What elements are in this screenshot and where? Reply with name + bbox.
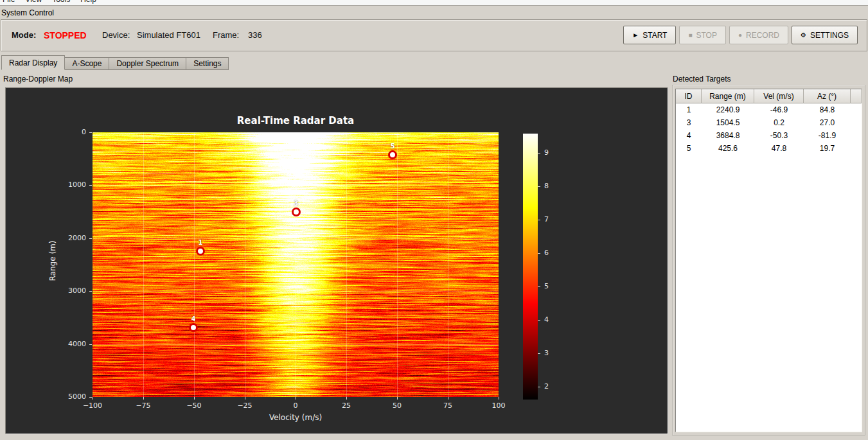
cell: 19.7 <box>804 142 851 155</box>
y-tick-mark <box>89 132 92 133</box>
menu-bar: FileViewToolsHelp <box>0 0 868 6</box>
device-label: Device: <box>102 30 130 40</box>
cell: 47.8 <box>754 142 804 155</box>
settings-button[interactable]: ⚙SETTINGS <box>792 26 858 44</box>
cell: 5 <box>676 142 702 155</box>
button-label: STOP <box>696 31 716 40</box>
control-buttons: ►START■STOP●RECORD⚙SETTINGS <box>623 26 858 44</box>
x-axis-label: Velocity (m/s) <box>93 413 499 422</box>
y-tick-mark <box>89 291 92 292</box>
range-doppler-map-label: Range-Doppler Map <box>3 75 73 84</box>
colorbar-tick-label: 3 <box>544 349 549 357</box>
button-label: RECORD <box>746 31 779 40</box>
range-doppler-heatmap[interactable] <box>93 132 499 397</box>
cell: 4 <box>676 129 702 142</box>
table-row[interactable]: 5425.647.819.7 <box>676 142 862 155</box>
x-tick-mark <box>448 397 448 400</box>
cell: 27.0 <box>804 116 851 129</box>
frame-label: Frame: <box>213 30 239 40</box>
x-tick-label: 50 <box>382 401 412 410</box>
colorbar-tick-label: 9 <box>544 148 549 157</box>
start-button[interactable]: ►START <box>623 26 676 44</box>
target-marker[interactable] <box>292 207 301 216</box>
system-control-panel: Mode: STOPPED Device: Simulated FT601 Fr… <box>1 19 867 51</box>
menu-item-tools[interactable]: Tools <box>52 0 70 4</box>
tab-doppler-spectrum[interactable]: Doppler Spectrum <box>109 57 186 70</box>
record-icon: ● <box>738 32 742 39</box>
y-tick-mark <box>89 238 92 239</box>
x-tick-label: −50 <box>179 401 209 410</box>
x-tick-label: 25 <box>331 401 362 410</box>
x-tick-mark <box>499 397 499 400</box>
column-header-filler[interactable] <box>851 89 862 103</box>
target-marker[interactable] <box>196 247 205 256</box>
targets-table[interactable]: IDRange (m)Vel (m/s)Az (°) 12240.9-46.98… <box>675 89 862 432</box>
record-button[interactable]: ●RECORD <box>729 26 788 44</box>
x-tick-mark <box>296 397 296 400</box>
colorbar-tick-label: 7 <box>544 215 549 224</box>
colorbar-tick-label: 5 <box>544 282 549 290</box>
cell: -50.3 <box>754 129 804 142</box>
y-tick-mark <box>89 397 92 398</box>
mode-label: Mode: <box>12 30 36 40</box>
menu-item-help[interactable]: Help <box>80 0 96 4</box>
tab-settings[interactable]: Settings <box>186 57 229 70</box>
button-label: SETTINGS <box>810 31 849 40</box>
column-header-vel-m-s[interactable]: Vel (m/s) <box>754 89 804 103</box>
y-tick-label: 2000 <box>57 234 86 242</box>
cell: 0.2 <box>754 116 804 129</box>
mode-value: STOPPED <box>44 30 87 40</box>
cell: 1504.5 <box>702 116 754 129</box>
target-marker-label: 4 <box>189 315 198 322</box>
gear-icon: ⚙ <box>801 32 806 39</box>
colorbar-tick-mark <box>538 186 540 187</box>
table-row[interactable]: 43684.8-50.3-81.9 <box>676 129 862 142</box>
x-tick-label: −75 <box>128 401 159 410</box>
tab-bar: Radar DisplayA-ScopeDoppler SpectrumSett… <box>1 55 229 70</box>
x-tick-mark <box>397 397 398 400</box>
target-marker-label: 1 <box>196 239 205 246</box>
y-axis-label: Range (m) <box>48 241 57 281</box>
target-marker[interactable] <box>388 150 397 159</box>
x-tick-mark <box>143 397 144 400</box>
system-control-label: System Control <box>1 8 54 17</box>
target-marker-label: 3 <box>292 200 301 207</box>
cell: -46.9 <box>754 103 804 116</box>
x-tick-mark <box>346 397 347 400</box>
table-row[interactable]: 12240.9-46.984.8 <box>676 103 862 116</box>
target-marker[interactable] <box>189 323 198 332</box>
stop-icon: ■ <box>688 32 692 39</box>
cell: 425.6 <box>702 142 754 155</box>
menu-item-file[interactable]: File <box>3 0 15 4</box>
x-tick-label: −100 <box>77 401 108 410</box>
y-tick-label: 4000 <box>57 340 86 348</box>
column-header-az[interactable]: Az (°) <box>804 89 851 103</box>
colorbar-tick-mark <box>538 153 540 154</box>
colorbar-tick-mark <box>538 353 540 354</box>
column-header-range-m[interactable]: Range (m) <box>702 89 754 103</box>
cell: 3684.8 <box>702 129 754 142</box>
app-window: FileViewToolsHelp System Control Mode: S… <box>0 0 868 440</box>
column-header-id[interactable]: ID <box>676 89 702 103</box>
y-tick-mark <box>89 185 92 186</box>
targets-table-body: 12240.9-46.984.831504.50.227.043684.8-50… <box>676 103 862 155</box>
y-tick-mark <box>89 344 92 345</box>
stop-button[interactable]: ■STOP <box>679 26 726 44</box>
tab-radar-display[interactable]: Radar Display <box>1 55 65 70</box>
colorbar-tick-label: 4 <box>544 315 549 324</box>
plot-title: Real-Time Radar Data <box>93 115 499 127</box>
detected-targets-label: Detected Targets <box>673 75 731 84</box>
y-tick-label: 5000 <box>57 392 86 401</box>
cell: 1 <box>676 103 702 116</box>
detected-targets-panel: IDRange (m)Vel (m/s)Az (°) 12240.9-46.98… <box>672 85 865 436</box>
tab-a-scope[interactable]: A-Scope <box>64 57 109 70</box>
x-tick-label: 100 <box>483 401 514 410</box>
x-tick-mark <box>194 397 195 400</box>
range-doppler-plot-panel: Real-Time Radar Data Velocity (m/s) Rang… <box>5 87 668 434</box>
menu-item-view[interactable]: View <box>25 0 42 4</box>
colorbar-tick-mark <box>538 220 540 220</box>
colorbar-tick-mark <box>538 320 540 321</box>
y-tick-label: 3000 <box>57 286 86 295</box>
table-row[interactable]: 31504.50.227.0 <box>676 116 862 129</box>
play-icon: ► <box>632 32 639 39</box>
